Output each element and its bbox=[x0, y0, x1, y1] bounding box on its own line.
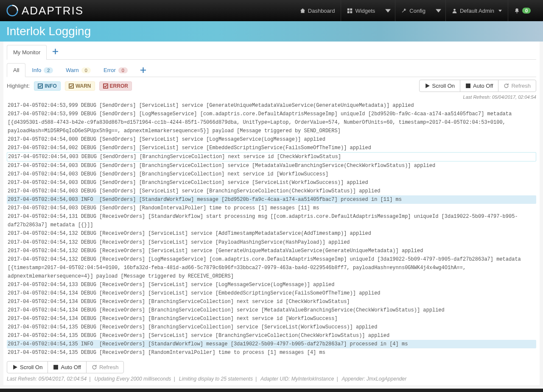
notif-count-badge: 0 bbox=[522, 8, 531, 14]
svg-rect-2 bbox=[350, 8, 353, 10]
wrench-icon bbox=[401, 8, 407, 14]
warn-count-badge: 0 bbox=[81, 67, 91, 73]
home-icon bbox=[300, 8, 305, 14]
refresh-label: Refresh bbox=[99, 364, 119, 370]
highlight-info-label: INFO bbox=[45, 83, 57, 89]
log-line: 2017-04-05T02:04:54,134 DEBUG [ReceiveOr… bbox=[7, 306, 536, 314]
log-line: 2017-04-05T02:04:54,003 INFO [SendOrders… bbox=[7, 195, 536, 204]
monitor-tabs: My Monitor bbox=[7, 45, 536, 60]
nav-user-label: Default Admin bbox=[460, 8, 494, 14]
status-line: Last Refresh: 05/04/2017, 02:04:54| Upda… bbox=[7, 376, 536, 382]
log-line: 2017-04-05T02:04:54,003 DEBUG [SendOrder… bbox=[7, 170, 536, 178]
play-icon bbox=[12, 364, 18, 370]
log-line: 2017-04-05T02:04:54,134 DEBUG [ReceiveOr… bbox=[7, 289, 536, 297]
brand[interactable]: ADAPTRIS bbox=[6, 4, 84, 17]
log-line: 2017-04-05T02:04:54,135 DEBUG [ReceiveOr… bbox=[7, 331, 536, 340]
log-line: 2017-04-05T02:04:54,132 DEBUG [ReceiveOr… bbox=[7, 255, 536, 281]
tab-my-monitor-label: My Monitor bbox=[13, 49, 40, 56]
last-refresh-top: Last Refresh: 05/04/2017, 02:04:54 bbox=[7, 95, 536, 100]
nav-dashboard[interactable]: Dashboard bbox=[294, 0, 341, 21]
log-controls-bottom: Scroll On Auto Off Refresh bbox=[7, 361, 536, 373]
highlight-error-label: ERROR bbox=[110, 83, 128, 89]
refresh-icon bbox=[504, 83, 509, 89]
log-line: 2017-04-05T02:04:54,003 DEBUG [SendOrder… bbox=[7, 178, 536, 187]
scroll-on-label: Scroll On bbox=[432, 83, 455, 89]
svg-point-5 bbox=[453, 8, 456, 11]
log-line: 2017-04-05T02:04:54,131 DEBUG [ReceiveOr… bbox=[7, 212, 536, 229]
log-controls-top: Scroll On Auto Off Refresh bbox=[419, 80, 536, 92]
log-line: 2017-04-05T02:04:54,135 INFO [ReceiveOrd… bbox=[7, 340, 536, 348]
refresh-button[interactable]: Refresh bbox=[498, 80, 536, 92]
log-line: 2017-04-05T02:04:54,134 DEBUG [ReceiveOr… bbox=[7, 297, 536, 306]
log-line: 2017-04-05T02:04:54,003 DEBUG [SendOrder… bbox=[7, 204, 536, 212]
highlight-error-toggle[interactable]: ERROR bbox=[99, 81, 132, 91]
log-line: 2017-04-05T02:04:54,135 DEBUG [ReceiveOr… bbox=[7, 348, 536, 357]
nav-notifications[interactable]: 0 bbox=[508, 0, 537, 21]
log-line: 2017-04-05T02:04:54,134 DEBUG [ReceiveOr… bbox=[7, 314, 536, 323]
caret-down-icon bbox=[385, 8, 391, 14]
checkbox-checked-icon bbox=[103, 83, 108, 89]
nav-config[interactable]: Config bbox=[395, 0, 431, 21]
status-adapter-uid: Adapter UID: MyInterlokInstance bbox=[260, 376, 334, 382]
footer: Interlok UI dev mode | Documentation | D… bbox=[0, 389, 543, 392]
nav-widgets[interactable]: Widgets bbox=[341, 0, 381, 21]
scroll-on-label: Scroll On bbox=[20, 364, 42, 370]
log-line: 2017-04-05T02:04:54,002 DEBUG [SendOrder… bbox=[7, 144, 536, 152]
log-line: 2017-04-05T02:04:54,003 DEBUG [SendOrder… bbox=[7, 187, 536, 195]
highlight-warn-label: WARN bbox=[76, 83, 91, 89]
filter-tab-info[interactable]: Info2 bbox=[25, 63, 59, 77]
scroll-on-button-bottom[interactable]: Scroll On bbox=[7, 361, 48, 373]
plus-icon bbox=[140, 67, 146, 73]
log-line: 2017-04-05T02:04:54,132 DEBUG [ReceiveOr… bbox=[7, 238, 536, 247]
grid-icon bbox=[347, 8, 353, 14]
play-icon bbox=[425, 83, 430, 89]
plus-icon bbox=[53, 49, 58, 54]
nav-widgets-dropdown[interactable] bbox=[381, 0, 395, 21]
tab-my-monitor[interactable]: My Monitor bbox=[7, 45, 47, 60]
main-container: My Monitor All Info2 Warn0 Error0 Highli… bbox=[3, 42, 540, 385]
caret-down-icon bbox=[436, 8, 441, 14]
filter-tab-all-label: All bbox=[13, 67, 19, 73]
filter-tab-all[interactable]: All bbox=[7, 63, 25, 77]
filter-tab-warn-label: Warn bbox=[66, 67, 79, 73]
filter-tab-add[interactable] bbox=[134, 63, 152, 77]
status-appender: Appender: JmxLogAppender bbox=[341, 376, 406, 382]
caret-down-icon bbox=[498, 10, 502, 12]
filter-tab-error[interactable]: Error0 bbox=[97, 63, 134, 77]
status-updating: Updating Every 2000 milliseconds bbox=[95, 376, 171, 382]
refresh-icon bbox=[92, 364, 97, 370]
stop-icon bbox=[465, 83, 471, 89]
log-line: 2017-04-05T02:04:54,135 DEBUG [ReceiveOr… bbox=[7, 323, 536, 331]
scroll-on-button[interactable]: Scroll On bbox=[419, 80, 460, 92]
page-title: Interlok Logging bbox=[6, 25, 537, 38]
svg-rect-10 bbox=[54, 365, 59, 370]
checkbox-checked-icon bbox=[38, 83, 43, 89]
auto-off-button[interactable]: Auto Off bbox=[460, 80, 498, 92]
nav-dashboard-label: Dashboard bbox=[308, 8, 335, 14]
log-line: 2017-04-05T02:04:53,999 DEBUG [SendOrder… bbox=[7, 110, 536, 135]
brand-text: ADAPTRIS bbox=[22, 4, 84, 17]
log-line: 2017-04-05T02:04:54,133 DEBUG [ReceiveOr… bbox=[7, 281, 536, 289]
log-line: 2017-04-05T02:04:54,132 DEBUG [ReceiveOr… bbox=[7, 247, 536, 255]
highlight-warn-toggle[interactable]: WARN bbox=[65, 81, 95, 91]
nav-config-label: Config bbox=[409, 8, 425, 14]
filter-tab-info-label: Info bbox=[32, 67, 41, 73]
auto-off-button-bottom[interactable]: Auto Off bbox=[48, 361, 86, 373]
nav-config-dropdown[interactable] bbox=[431, 0, 445, 21]
filter-tab-warn[interactable]: Warn0 bbox=[59, 63, 97, 77]
error-count-badge: 0 bbox=[118, 67, 128, 73]
info-count-badge: 2 bbox=[44, 67, 53, 73]
brand-logo-icon bbox=[6, 5, 18, 17]
log-line: 2017-04-05T02:04:54,000 DEBUG [SendOrder… bbox=[7, 135, 536, 144]
checkbox-checked-icon bbox=[69, 83, 74, 89]
highlight-info-toggle[interactable]: INFO bbox=[34, 81, 61, 91]
refresh-button-bottom[interactable]: Refresh bbox=[86, 361, 124, 373]
log-line: 2017-04-05T02:04:54,003 DEBUG [SendOrder… bbox=[7, 152, 536, 161]
log-line: 2017-04-05T02:04:54,132 DEBUG [ReceiveOr… bbox=[7, 229, 536, 238]
nav-user[interactable]: Default Admin bbox=[446, 0, 508, 21]
navbar: ADAPTRIS Dashboard Widgets Config Defaul… bbox=[0, 0, 543, 21]
navbar-nav: Dashboard Widgets Config Default Admin 0 bbox=[294, 0, 537, 21]
add-monitor-button[interactable] bbox=[47, 45, 64, 59]
user-icon bbox=[452, 8, 457, 14]
highlight-label: Highlight: bbox=[7, 83, 30, 89]
